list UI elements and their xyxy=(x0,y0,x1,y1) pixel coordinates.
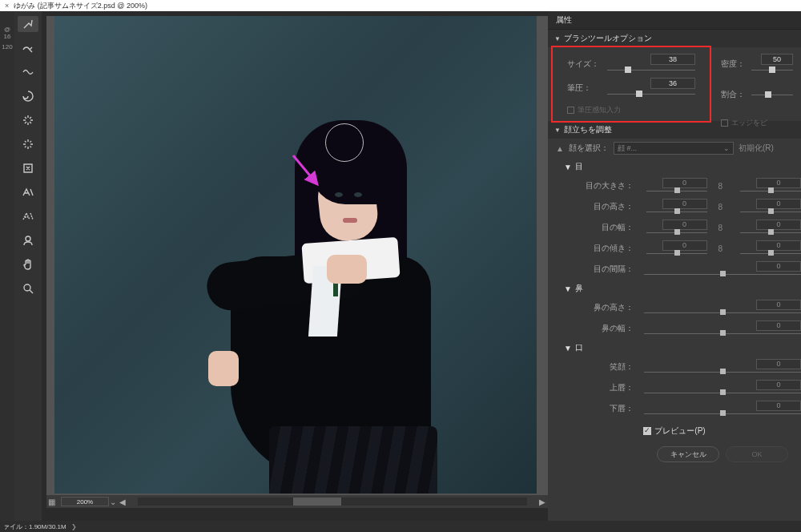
eye-size-right-slider[interactable] xyxy=(740,188,801,195)
svg-point-1 xyxy=(24,284,30,291)
eye-tilt-left-input[interactable]: 0 xyxy=(662,240,707,251)
nose-width-slider[interactable] xyxy=(644,331,801,337)
rate-slider[interactable] xyxy=(751,91,793,99)
edge-pin-label: エッジをピ xyxy=(731,118,767,128)
scroll-track[interactable] xyxy=(138,498,527,506)
tab-close-icon[interactable]: × xyxy=(5,2,9,10)
eye-tilt-left-slider[interactable] xyxy=(646,251,707,257)
ruler-pad: @ 16 120 xyxy=(0,11,14,521)
preview-row: プレビュー(P) xyxy=(548,419,801,443)
smile-input[interactable]: 0 xyxy=(756,359,801,369)
forward-warp-tool[interactable] xyxy=(18,16,38,32)
pressure-input[interactable]: 36 xyxy=(650,78,695,89)
twirl-tool[interactable] xyxy=(18,88,38,104)
face-select-dropdown[interactable]: 顔 #...⌄ xyxy=(614,142,734,155)
grid-icon[interactable]: ▦ xyxy=(46,498,56,506)
link-icon[interactable]: 8 xyxy=(707,224,734,232)
scroll-left-icon[interactable]: ◀ xyxy=(117,498,128,506)
nose-section: 鼻の高さ：0 鼻の幅：0 xyxy=(548,297,801,339)
mouth-section: 笑顔：0 上唇：0 下唇：0 xyxy=(548,357,801,419)
nose-height-input[interactable]: 0 xyxy=(756,300,801,310)
density-slider[interactable] xyxy=(751,66,793,75)
nose-height-slider[interactable] xyxy=(644,310,801,316)
push-left-tool[interactable] xyxy=(18,160,38,176)
chevron-right-icon[interactable]: ❯ xyxy=(71,523,77,530)
eye-section-header[interactable]: ▼目 xyxy=(548,158,801,175)
eye-tilt-right-slider[interactable] xyxy=(740,251,801,257)
edge-pin-checkbox[interactable] xyxy=(721,119,728,127)
face-select-label: 顔を選択： xyxy=(569,143,609,154)
size-input[interactable]: 38 xyxy=(650,54,695,65)
disclosure-triangle-icon: ▼ xyxy=(554,35,561,42)
eye-height-left-slider[interactable] xyxy=(646,209,707,216)
hand-tool[interactable] xyxy=(18,256,38,272)
eye-size-right-input[interactable]: 0 xyxy=(756,178,801,188)
preview-checkbox[interactable] xyxy=(643,427,651,435)
panel-title: 属性 xyxy=(548,11,801,30)
eye-size-left-slider[interactable] xyxy=(646,188,707,195)
pressure-slider[interactable] xyxy=(607,91,695,99)
face-select-row: ▲ 顔を選択： 顔 #...⌄ 初期化(R) xyxy=(548,139,801,158)
file-size-info: ァイル：1.90M/30.1M xyxy=(3,522,66,531)
density-input[interactable]: 50 xyxy=(761,54,793,65)
smile-slider[interactable] xyxy=(644,369,801,376)
eye-width-right-slider[interactable] xyxy=(740,230,801,236)
eye-width-right-input[interactable]: 0 xyxy=(756,220,801,230)
brush-options-header[interactable]: ▼ ブラシツールオプション xyxy=(548,30,801,47)
eye-width-label: 目の幅： xyxy=(580,222,640,233)
eye-height-right-input[interactable]: 0 xyxy=(756,199,801,209)
eye-height-label: 目の高さ： xyxy=(580,201,640,212)
bloat-tool[interactable] xyxy=(18,136,38,152)
pen-pressure-checkbox[interactable] xyxy=(567,107,574,114)
nose-section-header[interactable]: ▼鼻 xyxy=(548,280,801,297)
eye-width-left-input[interactable]: 0 xyxy=(662,220,707,230)
lower-lip-label: 下唇： xyxy=(580,403,640,414)
density-label: 密度： xyxy=(721,58,751,70)
zoom-dropdown-icon[interactable]: ⌄ xyxy=(109,498,117,506)
eye-height-left-input[interactable]: 0 xyxy=(662,199,707,209)
scroll-right-icon[interactable]: ▶ xyxy=(537,498,548,506)
ruler-text: @ 16 xyxy=(0,24,14,42)
brush-cursor xyxy=(325,123,364,162)
eye-height-right-slider[interactable] xyxy=(740,209,801,216)
ok-button[interactable]: OK xyxy=(726,446,788,462)
nose-width-label: 鼻の幅： xyxy=(580,323,640,334)
reset-button[interactable]: 初期化(R) xyxy=(739,143,774,154)
upper-lip-slider[interactable] xyxy=(644,390,801,397)
eye-tilt-right-input[interactable]: 0 xyxy=(756,240,801,251)
eye-gap-slider[interactable] xyxy=(644,272,801,278)
lower-lip-slider[interactable] xyxy=(644,411,801,417)
svg-line-2 xyxy=(293,155,317,184)
scroll-thumb[interactable] xyxy=(293,498,341,506)
rate-label: 割合： xyxy=(721,89,751,100)
disclosure-triangle-icon: ▼ xyxy=(564,284,572,293)
link-icon[interactable]: 8 xyxy=(707,244,734,253)
eye-gap-input[interactable]: 0 xyxy=(756,261,801,272)
reconstruct-tool[interactable] xyxy=(18,40,38,56)
mouth-section-header[interactable]: ▼口 xyxy=(548,339,801,357)
link-icon[interactable]: 8 xyxy=(707,203,734,212)
cancel-button[interactable]: キャンセル xyxy=(657,446,719,462)
pucker-tool[interactable] xyxy=(18,112,38,128)
canvas[interactable] xyxy=(54,16,537,494)
preview-label: プレビュー(P) xyxy=(654,425,705,437)
eye-size-left-input[interactable]: 0 xyxy=(662,178,707,188)
horizontal-scrollbar[interactable]: ▦ 200% ⌄ ◀ ▶ xyxy=(46,495,548,508)
thaw-mask-tool[interactable] xyxy=(18,208,38,224)
link-icon[interactable]: 8 xyxy=(707,182,734,191)
nose-width-input[interactable]: 0 xyxy=(756,320,801,331)
lower-lip-input[interactable]: 0 xyxy=(756,401,801,411)
liquify-tool-strip xyxy=(14,11,42,521)
smooth-tool[interactable] xyxy=(18,64,38,80)
zoom-tool[interactable] xyxy=(18,280,38,296)
freeze-mask-tool[interactable] xyxy=(18,184,38,200)
size-slider[interactable] xyxy=(607,66,695,75)
eye-width-left-slider[interactable] xyxy=(646,230,707,236)
upper-lip-input[interactable]: 0 xyxy=(756,380,801,390)
smile-label: 笑顔： xyxy=(580,361,640,373)
chevron-down-icon: ⌄ xyxy=(723,144,730,152)
zoom-field[interactable]: 200% xyxy=(61,497,109,506)
annotation-arrow xyxy=(290,152,325,187)
face-tool[interactable] xyxy=(18,232,38,248)
eye-tilt-label: 目の傾き： xyxy=(580,243,640,254)
